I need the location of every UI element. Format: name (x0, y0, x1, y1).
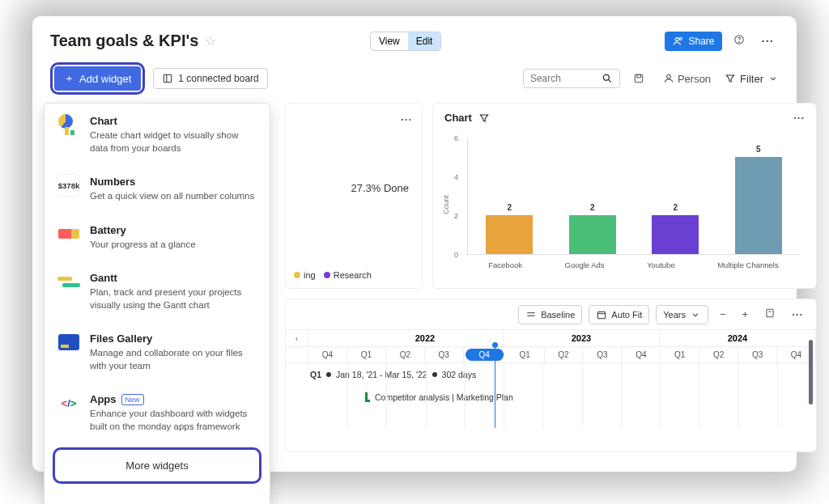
funnel-icon[interactable] (478, 112, 490, 124)
edit-mode-btn[interactable]: Edit (408, 32, 441, 50)
bar-chart-plot: Count 2225 FacebookGoogle AdsYoutubeMult… (444, 132, 805, 269)
bar-youtube[interactable]: 2 (639, 203, 712, 254)
favorite-star-icon[interactable]: ☆ (205, 33, 216, 49)
zoom-in-icon[interactable]: + (738, 305, 754, 324)
quarter-cell[interactable]: Q2 (386, 347, 425, 362)
widget-option-apps[interactable]: </> Apps New Enhance your dashboard with… (45, 382, 270, 443)
gantt-more-icon[interactable]: ··· (787, 305, 808, 324)
more-options-icon[interactable]: ··· (756, 31, 779, 51)
done-percent: 27.3% Done (295, 182, 412, 194)
numbers-icon: $378k (57, 174, 80, 197)
svg-rect-9 (637, 74, 641, 78)
today-marker (495, 344, 495, 428)
toolbar: ＋ Add widget 1 connected board Person Fi… (50, 62, 779, 95)
quarter-cell[interactable]: Q2 (699, 347, 738, 362)
widget-option-gantt[interactable]: Gantt Plan, track and present your proje… (45, 260, 270, 321)
task-done-icon (365, 392, 370, 402)
pie-legend: ing Research (294, 270, 372, 280)
range-select[interactable]: Years (656, 305, 708, 324)
card-options-icon[interactable]: ··· (401, 113, 412, 125)
bar-google-ads[interactable]: 2 (556, 203, 629, 254)
chart-card-title: Chart (444, 112, 472, 124)
search-input-wrap[interactable] (523, 69, 620, 88)
quarter-cell[interactable]: Q1 (347, 347, 386, 362)
svg-rect-8 (635, 74, 642, 82)
quarter-cell[interactable]: Q4 (622, 347, 661, 362)
svg-point-0 (676, 37, 679, 40)
battery-icon (58, 229, 79, 239)
view-mode-btn[interactable]: View (371, 32, 408, 50)
quarter-cell[interactable]: Q4 (308, 347, 347, 362)
export-icon[interactable] (759, 304, 780, 324)
chart-icon (58, 114, 79, 135)
svg-rect-13 (598, 311, 606, 318)
person-filter[interactable]: Person (657, 69, 716, 89)
svg-point-10 (667, 74, 671, 78)
help-icon[interactable] (729, 31, 750, 51)
chevron-down-icon (767, 73, 779, 84)
gantt-collapse-toggle[interactable]: ‹ (286, 330, 308, 346)
svg-rect-15 (767, 309, 773, 316)
zoom-out-icon[interactable]: − (715, 305, 731, 324)
people-icon (673, 36, 684, 47)
board-icon (162, 73, 173, 84)
search-icon (602, 73, 613, 84)
add-widget-button[interactable]: ＋ Add widget (54, 66, 141, 91)
gantt-icon (57, 277, 80, 287)
page-title: Team goals & KPI's (50, 32, 198, 50)
quarter-cell[interactable]: Q3 (425, 347, 464, 362)
gantt-toolbar: Baseline Auto Fit Years − + ··· (286, 299, 816, 330)
bar-multiple-channels[interactable]: 5 (722, 145, 795, 254)
card-options-icon[interactable]: ··· (793, 112, 805, 124)
add-widget-highlight: ＋ Add widget (50, 62, 145, 95)
bar-facebook[interactable]: 2 (473, 203, 546, 254)
widget-option-chart[interactable]: Chart Create chart widget to visually sh… (45, 104, 270, 164)
quarter-cell[interactable]: Q2 (545, 347, 584, 362)
search-input[interactable] (530, 73, 602, 84)
funnel-icon (725, 73, 736, 84)
widget-option-files[interactable]: Files Gallery Manage and collaborate on … (45, 321, 270, 382)
chart-widget-card: Chart ··· Count 2225 FacebookGoogle AdsY… (432, 103, 817, 289)
gantt-summary-row: Q1 Jan 18, '21 - Mar 15, '22 302 days (310, 370, 476, 379)
files-icon (58, 334, 79, 350)
connected-boards-pill[interactable]: 1 connected board (153, 68, 267, 89)
widget-option-numbers[interactable]: $378k Numbers Get a quick view on all nu… (45, 164, 270, 213)
quarter-cell[interactable]: Q3 (583, 347, 622, 362)
new-badge: New (121, 394, 144, 405)
more-widgets-button[interactable]: More widgets (53, 447, 261, 484)
filter-dropdown[interactable]: Filter (725, 73, 779, 85)
widget-option-battery[interactable]: Battery Your progress at a glance (45, 213, 270, 261)
share-button[interactable]: Share (665, 32, 722, 51)
apps-icon: </> (57, 392, 80, 414)
baseline-button[interactable]: Baseline (518, 305, 582, 324)
add-widget-dropdown: Chart Create chart widget to visually sh… (44, 103, 270, 504)
svg-rect-4 (164, 74, 172, 82)
chevron-down-icon (690, 309, 701, 320)
progress-widget-card: ··· 27.3% Done ing Research (285, 103, 423, 289)
vertical-scrollbar[interactable] (809, 340, 813, 404)
autofit-icon (596, 309, 607, 320)
quarter-cell[interactable]: Q1 (506, 347, 545, 362)
svg-point-6 (603, 74, 609, 80)
baseline-icon (525, 309, 537, 320)
quarter-cell[interactable]: Q1 (661, 347, 699, 362)
person-icon (663, 73, 674, 84)
autofit-button[interactable]: Auto Fit (589, 305, 649, 324)
header: Team goals & KPI's ☆ View Edit Share ··· (50, 31, 779, 51)
quarter-cell[interactable]: Q3 (738, 347, 777, 362)
svg-point-1 (680, 37, 682, 40)
svg-point-3 (739, 42, 740, 43)
view-edit-toggle[interactable]: View Edit (370, 32, 441, 51)
plus-icon: ＋ (64, 71, 74, 86)
save-view-icon[interactable] (628, 70, 649, 87)
gantt-widget-card: Baseline Auto Fit Years − + ··· (285, 299, 817, 452)
quarter-cell[interactable]: Q4 (466, 349, 504, 361)
svg-line-7 (609, 80, 611, 83)
